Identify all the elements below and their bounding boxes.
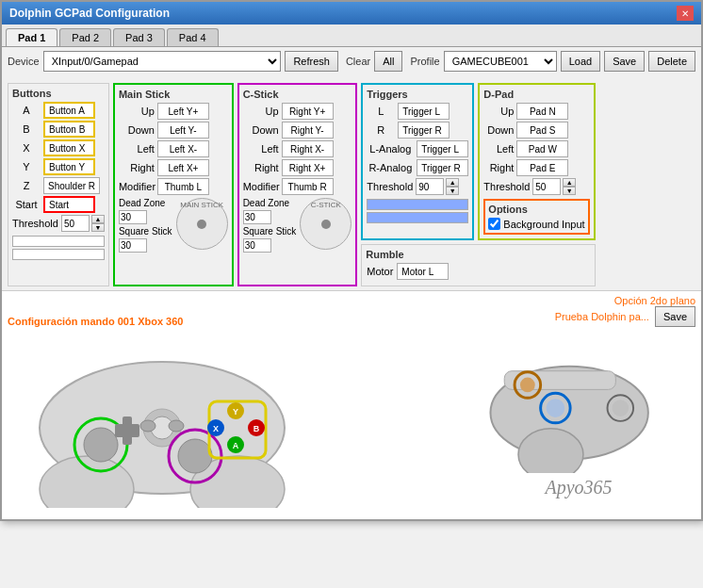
background-input-row: Background Input	[488, 218, 584, 230]
save-profile-button[interactable]: Save	[604, 51, 645, 72]
button-row-y: Y Button Y	[12, 158, 105, 175]
c-square-stick-input[interactable]	[243, 238, 271, 253]
stick-row-down: Down Left Y-	[119, 122, 228, 139]
trigger-bars	[367, 199, 468, 223]
dpad-row-down: Down Pad S	[483, 122, 589, 139]
svg-point-26	[520, 377, 535, 392]
rumble-motor-binding[interactable]: Motor L	[397, 263, 449, 280]
key-binding-z[interactable]: Shoulder R	[43, 177, 100, 194]
c-dead-zone-label: Dead Zone	[243, 198, 297, 208]
cstick-dir-modifier: Modifier	[243, 181, 279, 192]
watermark-text: Apyo365	[545, 477, 612, 498]
header-section: Device XInput/0/Gamepad Refresh Clear Al…	[2, 47, 701, 79]
trigger-binding-ranalog[interactable]: Trigger R	[417, 159, 468, 176]
dpad-binding-right[interactable]: Pad E	[516, 159, 568, 176]
key-binding-x[interactable]: Button X	[43, 139, 95, 156]
stick-binding-up[interactable]: Left Y+	[157, 103, 209, 120]
threshold-label-buttons: Threshold	[12, 218, 58, 229]
rumble-motor-label: Motor	[366, 266, 394, 277]
tab-pad4[interactable]: Pad 4	[167, 28, 219, 46]
cstick-binding-right[interactable]: Right X+	[282, 159, 334, 176]
tab-pad1[interactable]: Pad 1	[6, 28, 57, 46]
svg-point-6	[84, 428, 118, 462]
close-button[interactable]: ✕	[677, 6, 694, 21]
stick-dir-right: Right	[119, 162, 155, 173]
bottom-area: Configuración mando 001 Xbox 360 Opción …	[2, 290, 701, 331]
right-column: Triggers L Trigger L R Trigger R L-Analo…	[361, 83, 595, 286]
key-binding-y[interactable]: Button Y	[43, 158, 95, 175]
stick-binding-down[interactable]: Left Y-	[157, 122, 209, 139]
dpad-dir-left: Left	[483, 143, 514, 155]
key-binding-start[interactable]: Start	[43, 196, 95, 213]
trigger-binding-r[interactable]: Trigger R	[398, 122, 450, 139]
dpad-title: D-Pad	[483, 89, 589, 100]
profile-dropdown[interactable]: GAMECUBE001	[444, 51, 557, 72]
dpad-dir-down: Down	[483, 124, 514, 136]
device-dropdown[interactable]: XInput/0/Gamepad	[43, 51, 282, 72]
buttons-panel: Buttons A Button A B Button B X Button X…	[8, 83, 109, 286]
c-square-stick-label: Square Stick	[243, 226, 297, 237]
profile-section: Profile GAMECUBE001 Load Save Delete	[410, 51, 695, 72]
threshold-row-triggers: Threshold ▲ ▼	[367, 178, 468, 195]
load-button[interactable]: Load	[561, 51, 600, 72]
dead-zone-label: Dead Zone	[119, 198, 172, 208]
c-dead-zone-input[interactable]	[243, 210, 271, 224]
button-row-a: A Button A	[12, 102, 105, 119]
cstick-binding-down[interactable]: Right Y-	[282, 122, 334, 139]
dpad-binding-left[interactable]: Pad W	[516, 140, 568, 157]
cstick-dir-left: Left	[243, 143, 279, 155]
trigger-key-l: L	[367, 106, 395, 117]
clear-all-button[interactable]: All	[374, 51, 402, 72]
trigger-bar-r	[367, 212, 468, 223]
threshold-up-dpad[interactable]: ▲	[563, 178, 576, 187]
delete-button[interactable]: Delete	[648, 51, 695, 72]
tab-pad3[interactable]: Pad 3	[113, 28, 165, 46]
controller-area: A B X Y	[2, 331, 701, 519]
dpad-binding-down[interactable]: Pad S	[516, 122, 568, 139]
cstick-binding-modifier[interactable]: Thumb R	[282, 178, 334, 195]
stick-binding-left[interactable]: Left X-	[157, 140, 209, 157]
threshold-up-buttons[interactable]: ▲	[91, 215, 105, 223]
key-label-y: Y	[12, 161, 41, 172]
threshold-down-dpad[interactable]: ▼	[563, 187, 576, 195]
key-binding-a[interactable]: Button A	[43, 102, 95, 119]
cstick-dir-right: Right	[243, 162, 279, 173]
button-row-start: Start Start	[12, 196, 105, 213]
threshold-input-triggers[interactable]	[416, 178, 444, 195]
button-row-z: Z Shoulder R	[12, 177, 105, 194]
refresh-button[interactable]: Refresh	[285, 51, 338, 72]
threshold-down-triggers[interactable]: ▼	[446, 187, 459, 195]
dpad-dir-up: Up	[483, 106, 514, 117]
stick-dir-modifier: Modifier	[119, 181, 155, 192]
cstick-binding-left[interactable]: Right X-	[282, 140, 334, 157]
trigger-binding-lanalog[interactable]: Trigger L	[417, 140, 468, 157]
stick-binding-right[interactable]: Left X+	[157, 159, 209, 176]
dpad-binding-up[interactable]: Pad N	[516, 103, 568, 120]
main-window: Dolphin GCPad Configuration ✕ Pad 1 Pad …	[0, 0, 703, 521]
dpad-row-up: Up Pad N	[483, 103, 589, 120]
trigger-key-r: R	[367, 124, 395, 136]
main-stick-visual: MAIN STICK	[176, 198, 228, 250]
title-bar: Dolphin GCPad Configuration ✕	[2, 2, 701, 24]
svg-point-8	[178, 439, 212, 473]
cstick-binding-up[interactable]: Right Y+	[282, 103, 334, 120]
key-label-z: Z	[12, 180, 41, 191]
bottom-save-button[interactable]: Save	[655, 306, 695, 327]
tab-pad2[interactable]: Pad 2	[59, 28, 111, 46]
threshold-input-buttons[interactable]	[61, 215, 90, 232]
main-stick-overlay-label: MAIN STICK	[180, 201, 223, 209]
device-label: Device	[8, 56, 40, 67]
trigger-binding-l[interactable]: Trigger L	[398, 103, 450, 120]
square-stick-input[interactable]	[119, 238, 147, 253]
stick-dir-left: Left	[119, 143, 155, 155]
threshold-input-dpad[interactable]	[532, 178, 561, 195]
key-binding-b[interactable]: Button B	[43, 121, 95, 138]
trigger-row-r: R Trigger R	[367, 122, 468, 139]
threshold-down-buttons[interactable]: ▼	[91, 223, 105, 232]
threshold-up-triggers[interactable]: ▲	[446, 178, 459, 187]
dead-zone-input[interactable]	[119, 210, 147, 224]
threshold-spinner-buttons: ▲ ▼	[61, 215, 105, 232]
stick-binding-modifier[interactable]: Thumb L	[157, 178, 209, 195]
background-input-checkbox[interactable]	[488, 218, 500, 230]
threshold-arrows-triggers: ▲ ▼	[446, 178, 459, 195]
